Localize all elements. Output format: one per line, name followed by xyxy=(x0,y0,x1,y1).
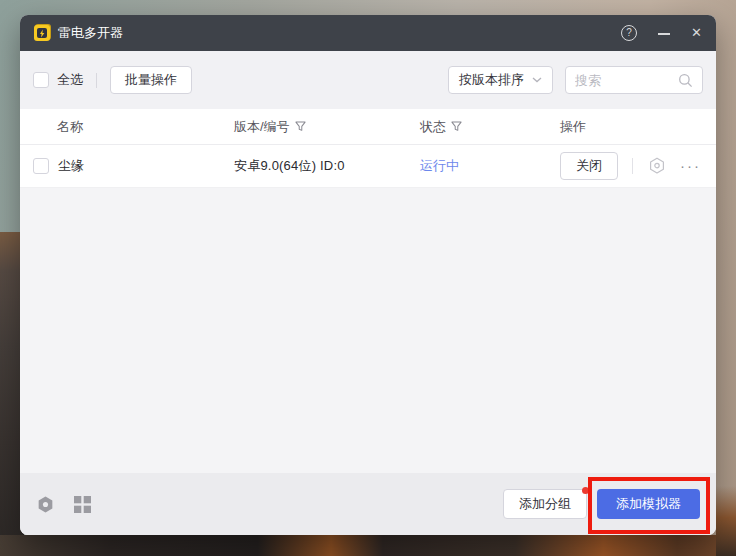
table-header: 名称 版本/编号 状态 操作 xyxy=(20,109,716,145)
emulator-version: 安卓9.0(64位) ID:0 xyxy=(234,157,345,175)
filter-icon[interactable] xyxy=(451,121,462,132)
multi-instance-grid-icon[interactable] xyxy=(74,496,91,513)
column-header-version: 版本/编号 xyxy=(234,118,420,136)
column-header-action: 操作 xyxy=(560,118,716,136)
minimize-icon[interactable] xyxy=(658,25,670,41)
batch-operations-button[interactable]: 批量操作 xyxy=(110,66,192,94)
lightning-bolt-icon xyxy=(38,29,46,38)
chevron-down-icon xyxy=(532,77,542,83)
wallpaper-rock-right xyxy=(716,486,736,556)
select-all-checkbox[interactable] xyxy=(33,72,49,88)
notification-dot xyxy=(582,487,589,494)
add-group-button[interactable]: 添加分组 xyxy=(503,489,587,519)
emulator-name: 尘缘 xyxy=(58,157,84,175)
column-header-name: 名称 xyxy=(20,118,234,136)
add-emulator-button[interactable]: 添加模拟器 xyxy=(597,489,700,519)
app-window: 雷电多开器 ? ✕ 全选 批量操作 按版本排序 xyxy=(20,15,716,535)
select-all-label: 全选 xyxy=(57,71,83,89)
more-actions-icon[interactable]: ··· xyxy=(680,161,701,171)
configure-icon[interactable] xyxy=(647,156,667,176)
emulator-row[interactable]: 尘缘 安卓9.0(64位) ID:0 运行中 关闭 ··· xyxy=(20,145,716,188)
close-icon[interactable]: ✕ xyxy=(691,25,702,41)
window-title: 雷电多开器 xyxy=(58,24,123,42)
sort-dropdown[interactable]: 按版本排序 xyxy=(448,66,553,94)
empty-list-area xyxy=(20,188,716,473)
wallpaper-rock-bottom xyxy=(0,535,736,556)
row-checkbox[interactable] xyxy=(33,158,49,174)
toolbar-divider xyxy=(96,73,97,88)
search-icon[interactable] xyxy=(678,73,693,88)
filter-icon[interactable] xyxy=(295,121,306,132)
close-emulator-button[interactable]: 关闭 xyxy=(560,152,618,180)
column-header-status: 状态 xyxy=(420,118,560,136)
footer-bar: 添加分组 添加模拟器 xyxy=(20,473,716,535)
action-divider xyxy=(632,158,633,174)
toolbar: 全选 批量操作 按版本排序 xyxy=(20,51,716,109)
help-icon[interactable]: ? xyxy=(621,25,637,41)
search-input[interactable] xyxy=(575,73,678,88)
search-box xyxy=(565,66,703,94)
titlebar: 雷电多开器 ? ✕ xyxy=(20,15,716,51)
batch-operations-label: 批量操作 xyxy=(125,71,177,89)
status-badge: 运行中 xyxy=(420,157,459,175)
settings-icon[interactable] xyxy=(36,495,55,514)
app-logo-icon xyxy=(34,25,50,41)
sort-dropdown-value: 按版本排序 xyxy=(459,71,524,89)
